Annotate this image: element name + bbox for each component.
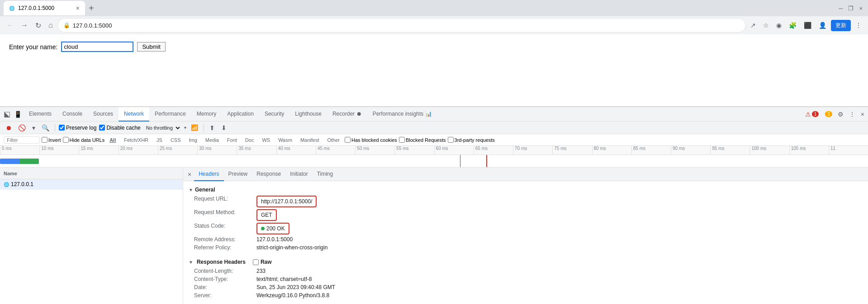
devtools-inspect-button[interactable]: ⬕ (2, 108, 12, 120)
devtools-device-button[interactable]: 📱 (12, 109, 24, 120)
blocked-requests-checkbox[interactable] (399, 137, 405, 143)
hide-data-urls-checkbox[interactable] (63, 137, 69, 143)
address-input[interactable] (73, 22, 740, 29)
detail-tab-headers[interactable]: Headers (194, 168, 223, 181)
detail-tab-initiator[interactable]: Initiator (285, 168, 312, 181)
devtools-warning-badge[interactable]: 3 (822, 109, 834, 119)
profile-button[interactable]: 👤 (816, 20, 829, 31)
request-method-box: GET (256, 209, 277, 221)
filter-tag-font[interactable]: Font (224, 136, 240, 144)
timeline-mark-45ms: 45 ms (316, 146, 355, 154)
response-row-date: Date: Sun, 25 Jun 2023 09:40:48 GMT (189, 283, 863, 291)
share-button[interactable]: ↗ (748, 20, 759, 31)
bookmark-button[interactable]: ☆ (760, 20, 772, 31)
minimize-button[interactable]: ─ (837, 3, 844, 14)
filter-tag-fetchxhr[interactable]: Fetch/XHR (121, 136, 152, 144)
address-bar[interactable]: 🔒 (57, 18, 746, 33)
invert-checkbox[interactable] (42, 137, 47, 143)
headers-row-referrer-policy: Referrer Policy: strict-origin-when-cros… (189, 243, 863, 252)
network-filter-button[interactable]: ▾ (30, 123, 37, 132)
puzzle-button[interactable]: 🧩 (786, 20, 799, 31)
tab-security[interactable]: Security (259, 107, 289, 122)
file-list-item-127001[interactable]: 🌐 127.0.0.1 (0, 179, 183, 190)
tab-sources[interactable]: Sources (88, 107, 119, 122)
has-blocked-cookies-checkbox-label[interactable]: Has blocked cookies (345, 137, 397, 143)
devtools-error-badge[interactable]: ⚠ 1 (803, 109, 821, 120)
network-stop-recording-button[interactable]: ⏺ (4, 123, 14, 132)
filter-tag-img[interactable]: Img (186, 136, 200, 144)
home-button[interactable]: ⌂ (46, 19, 56, 31)
forward-button[interactable]: → (18, 19, 31, 31)
headers-row-status-code: Status Code: 200 OK (189, 222, 863, 235)
tab-network[interactable]: Network (119, 107, 149, 122)
detail-close-button[interactable]: × (185, 170, 194, 179)
invert-checkbox-label[interactable]: Invert (42, 137, 61, 143)
disable-cache-checkbox[interactable] (99, 125, 105, 131)
tab-performance-insights[interactable]: Performance insights 📊 (367, 107, 437, 122)
rh-value-server: Werkzeug/0.16.0 Python/3.8.8 (256, 292, 857, 299)
raw-checkbox[interactable] (253, 259, 259, 265)
menu-button[interactable]: ⋮ (853, 20, 864, 31)
filter-tag-other[interactable]: Other (324, 136, 343, 144)
filter-tag-css[interactable]: CSS (167, 136, 184, 144)
update-button[interactable]: 更新 (831, 20, 851, 31)
filter-tag-all[interactable]: All (106, 136, 119, 144)
filter-tag-media[interactable]: Media (202, 136, 222, 144)
tab-lighthouse[interactable]: Lighthouse (289, 107, 327, 122)
tab-application[interactable]: Application (222, 107, 259, 122)
preserve-log-checkbox[interactable] (59, 125, 65, 131)
timeline-mark-15ms: 15 ms (79, 146, 118, 154)
timeline-mark-70ms: 70 ms (513, 146, 552, 154)
extensions-button[interactable]: ◉ (773, 20, 784, 31)
raw-checkbox-label[interactable]: Raw (253, 259, 272, 265)
headers-row-remote-address: Remote Address: 127.0.0.1:5000 (189, 235, 863, 243)
filter-tag-doc[interactable]: Doc (242, 136, 257, 144)
tab-memory[interactable]: Memory (191, 107, 222, 122)
name-input[interactable] (61, 42, 133, 52)
tab-recorder[interactable]: Recorder ⏺ (327, 107, 367, 122)
filter-tag-wasm[interactable]: Wasm (275, 136, 295, 144)
nav-bar: ← → ↻ ⌂ 🔒 ↗ ☆ ◉ 🧩 ⬛ 👤 更新 ⋮ (0, 16, 868, 34)
filter-tag-js[interactable]: JS (153, 136, 166, 144)
submit-button[interactable]: Submit (137, 42, 165, 51)
tab-console[interactable]: Console (57, 107, 88, 122)
throttle-select[interactable]: No throttling (143, 125, 181, 131)
preserve-log-checkbox-label[interactable]: Preserve log (59, 125, 96, 131)
split-button[interactable]: ⬛ (801, 20, 814, 31)
tab-elements[interactable]: Elements (24, 107, 57, 122)
network-wifi-icon-button[interactable]: 📶 (189, 123, 200, 132)
network-import-button[interactable]: ⬆ (208, 123, 217, 132)
third-party-checkbox[interactable] (448, 137, 454, 143)
network-export-button[interactable]: ⬇ (219, 123, 228, 132)
detail-tab-response[interactable]: Response (252, 168, 285, 181)
network-clear-button[interactable]: 🚫 (16, 123, 28, 132)
third-party-checkbox-label[interactable]: 3rd-party requests (448, 137, 495, 143)
header-key-status-code: Status Code: (194, 223, 253, 234)
close-window-button[interactable]: × (857, 3, 864, 14)
hide-data-urls-checkbox-label[interactable]: Hide data URLs (63, 137, 105, 143)
has-blocked-cookies-checkbox[interactable] (345, 137, 351, 143)
network-search-button[interactable]: 🔍 (40, 123, 51, 132)
filter-tag-manifest[interactable]: Manifest (297, 136, 323, 144)
refresh-button[interactable]: ↻ (33, 19, 44, 32)
detail-tab-preview[interactable]: Preview (224, 168, 252, 181)
tab-close-button[interactable]: × (76, 5, 80, 12)
devtools-close-button[interactable]: × (859, 109, 866, 120)
blocked-requests-checkbox-label[interactable]: Blocked Requests (399, 137, 446, 143)
tab-item-active[interactable]: 🌐 127.0.0.1:5000 × (4, 1, 85, 15)
filter-tag-ws[interactable]: WS (259, 136, 273, 144)
header-key-request-url: Request URL: (194, 196, 253, 207)
back-button[interactable]: ← (4, 19, 16, 31)
maximize-button[interactable]: ❐ (846, 3, 855, 14)
general-section-title[interactable]: ▼ General (189, 185, 863, 195)
devtools-more-button[interactable]: ⋮ (847, 109, 857, 120)
disable-cache-checkbox-label[interactable]: Disable cache (99, 125, 140, 131)
filter-input[interactable] (4, 136, 40, 144)
tab-performance[interactable]: Performance (149, 107, 191, 122)
timeline-cursor-red (486, 155, 487, 168)
response-headers-section-title[interactable]: ▼ Response Headers Raw (189, 257, 863, 267)
timeline-mark-110ms: 11 (829, 146, 868, 154)
devtools-settings-button[interactable]: ⚙ (836, 109, 845, 120)
new-tab-button[interactable]: + (87, 1, 96, 15)
detail-tab-timing[interactable]: Timing (313, 168, 338, 181)
